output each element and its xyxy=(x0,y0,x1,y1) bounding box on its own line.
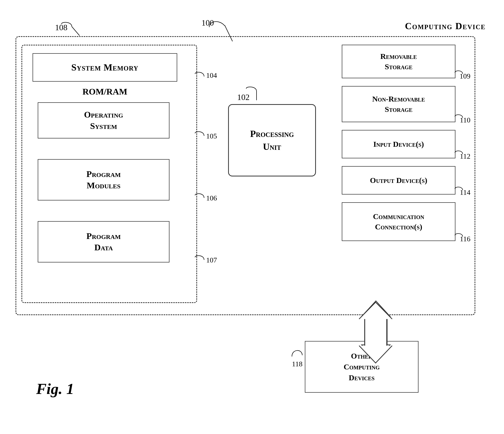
comm-connections-box: CommunicationConnection(s) 116 xyxy=(342,202,455,241)
system-memory-box: System Memory xyxy=(33,53,177,82)
ref-108: 108 xyxy=(55,23,67,32)
output-devices-label: Output Device(s) xyxy=(370,175,427,186)
ref-104: 104 xyxy=(206,71,217,80)
prog-modules-box: ProgramModules xyxy=(38,159,169,200)
system-area-box: System Memory 104 ROM/RAM OperatingSyste… xyxy=(21,45,197,303)
output-devices-box: Output Device(s) 114 xyxy=(342,166,455,195)
other-devices-label: OtherComputingDevices xyxy=(344,351,380,383)
os-label: OperatingSystem xyxy=(84,109,123,132)
ref-105: 105 xyxy=(206,132,217,140)
ref-102: 102 xyxy=(237,92,250,102)
right-column: RemovableStorage 109 Non-RemovableStorag… xyxy=(342,45,455,241)
comm-connections-label: CommunicationConnection(s) xyxy=(373,211,424,232)
ref-116: 116 xyxy=(460,235,470,243)
ref-118: 118 xyxy=(292,360,303,368)
computing-device-box: 108 System Memory 104 ROM/RAM OperatingS… xyxy=(15,36,475,315)
diagram-container: 100 Computing Device 108 System Memory 1… xyxy=(15,16,488,408)
processing-unit-box: ProcessingUnit xyxy=(228,104,316,176)
svg-line-1 xyxy=(72,27,80,36)
removable-storage-label: RemovableStorage xyxy=(380,51,417,72)
ref-112: 112 xyxy=(460,152,470,160)
input-devices-label: Input Device(s) xyxy=(373,139,424,150)
prog-data-box: ProgramData xyxy=(38,221,169,262)
ref-110: 110 xyxy=(460,116,470,124)
prog-modules-label: ProgramModules xyxy=(87,168,121,191)
romram-label: ROM/RAM xyxy=(33,87,177,97)
non-removable-storage-label: Non-RemovableStorage xyxy=(372,94,425,115)
os-box: OperatingSystem xyxy=(38,102,169,138)
ref-107: 107 xyxy=(206,256,217,264)
computing-device-label: Computing Device xyxy=(405,21,486,32)
ref-106: 106 xyxy=(206,194,217,202)
ref-109: 109 xyxy=(460,72,470,80)
removable-storage-box: RemovableStorage 109 xyxy=(342,45,455,78)
processing-unit-label: ProcessingUnit xyxy=(250,127,294,153)
fig-label: Fig. 1 xyxy=(36,380,74,398)
other-devices-box: OtherComputingDevices xyxy=(305,341,418,393)
prog-data-label: ProgramData xyxy=(87,230,121,253)
ref-114: 114 xyxy=(460,188,470,197)
system-memory-label: System Memory xyxy=(71,62,138,73)
non-removable-storage-box: Non-RemovableStorage 110 xyxy=(342,86,455,122)
ref-100: 100 xyxy=(201,18,214,28)
input-devices-box: Input Device(s) 112 xyxy=(342,130,455,158)
